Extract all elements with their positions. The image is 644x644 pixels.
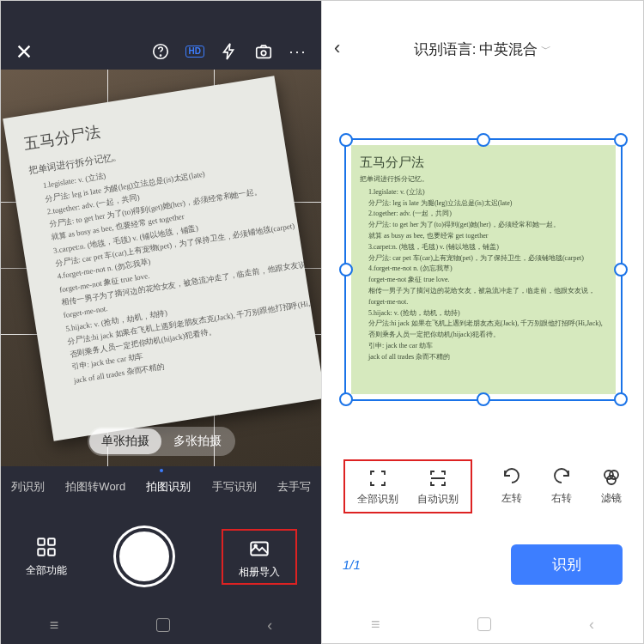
rotate-left-button[interactable]: 左转	[501, 467, 522, 506]
crop-handle[interactable]	[614, 263, 628, 276]
nav-home-icon[interactable]	[156, 618, 170, 632]
scanned-page: 五马分尸法 把单词进行拆分记忆。 1.legislate: v. (立法)分尸法…	[351, 145, 616, 394]
svg-rect-6	[48, 549, 55, 556]
chevron-down-icon: ﹀	[541, 42, 551, 57]
tab-2[interactable]: 拍图识别	[146, 479, 191, 495]
system-navbar-right: ≡ ‹	[322, 605, 643, 643]
svg-rect-2	[257, 47, 271, 58]
crop-handle[interactable]	[477, 392, 490, 406]
more-icon[interactable]: ···	[289, 42, 307, 61]
crop-handle[interactable]	[614, 133, 628, 147]
rotate-right-button[interactable]: 右转	[551, 467, 572, 506]
crop-handle[interactable]	[339, 392, 353, 406]
svg-point-10	[610, 471, 618, 479]
crop-handle[interactable]	[339, 263, 353, 276]
shutter-button[interactable]	[116, 528, 173, 585]
language-selector[interactable]: 识别语言: 中英混合 ﹀	[367, 39, 598, 59]
tab-3[interactable]: 手写识别	[212, 479, 257, 495]
recognize-all-button[interactable]: 全部识别	[357, 468, 398, 507]
import-from-album-button[interactable]: 相册导入	[222, 529, 297, 585]
camera-viewfinder: 五马分尸法 把单词进行拆分记忆。 1.legislate: v. (立法)分尸法…	[1, 70, 321, 466]
svg-rect-3	[38, 538, 45, 545]
page-count: 1/1	[343, 557, 361, 572]
crop-handle[interactable]	[339, 133, 353, 147]
mode-tabs: 列识别 拍图转Word 拍图识别 手写识别 去手写	[1, 466, 321, 507]
svg-rect-5	[38, 549, 45, 556]
crop-handle[interactable]	[477, 133, 490, 147]
back-icon[interactable]: ‹	[334, 37, 358, 59]
nav-menu-icon[interactable]: ≡	[371, 616, 380, 634]
system-navbar-left: ≡ ‹	[1, 606, 321, 644]
hd-badge[interactable]: HD	[185, 46, 204, 58]
filter-button[interactable]: 滤镜	[601, 467, 622, 506]
switch-camera-icon[interactable]	[254, 42, 273, 61]
mode-multi[interactable]: 多张拍摄	[161, 428, 234, 454]
nav-menu-icon[interactable]: ≡	[50, 617, 59, 635]
recognize-button[interactable]: 识别	[511, 544, 623, 585]
tab-4[interactable]: 去手写	[277, 479, 311, 495]
nav-home-icon[interactable]	[477, 617, 491, 631]
mode-single[interactable]: 单张拍摄	[89, 428, 161, 454]
recognize-auto-button[interactable]: 自动识别	[417, 468, 459, 507]
crop-frame[interactable]: 五马分尸法 把单词进行拆分记忆。 1.legislate: v. (立法)分尸法…	[344, 138, 623, 401]
close-icon[interactable]	[15, 42, 33, 61]
crop-handle[interactable]	[614, 392, 628, 406]
svg-point-8	[254, 544, 257, 547]
nav-back-icon[interactable]: ‹	[267, 617, 272, 635]
paper-preview: 五马分尸法 把单词进行拆分记忆。 1.legislate: v. (立法)分尸法…	[3, 76, 321, 440]
svg-point-11	[607, 476, 616, 484]
help-icon[interactable]	[151, 42, 170, 61]
flash-icon[interactable]	[220, 42, 239, 61]
tab-1[interactable]: 拍图转Word	[65, 479, 125, 495]
nav-back-icon[interactable]: ‹	[589, 616, 594, 634]
all-functions-button[interactable]: 全部功能	[26, 536, 67, 578]
svg-point-1	[160, 55, 161, 56]
svg-rect-4	[48, 538, 55, 545]
crop-area: 五马分尸法 把单词进行拆分记忆。 1.legislate: v. (立法)分尸法…	[322, 70, 643, 449]
tab-0[interactable]: 列识别	[11, 479, 45, 495]
shot-mode-toggle[interactable]: 单张拍摄 多张拍摄	[88, 427, 235, 456]
